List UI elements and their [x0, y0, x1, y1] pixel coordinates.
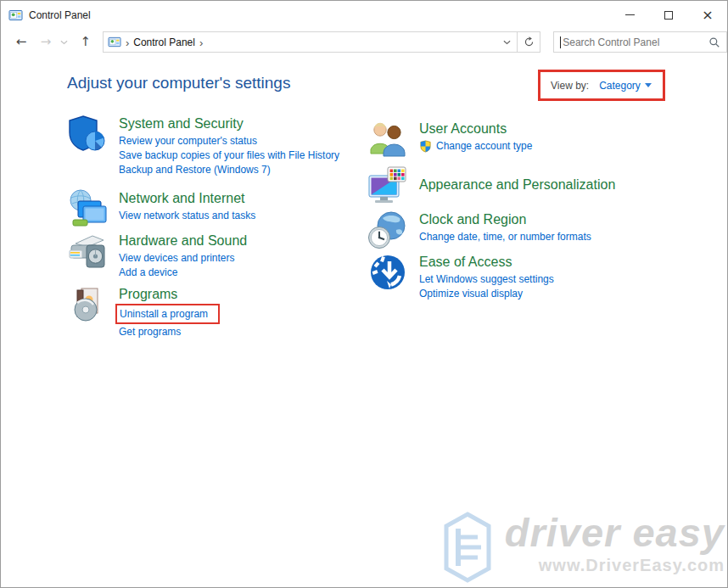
link-devices-printers[interactable]: View devices and printers: [119, 251, 247, 266]
link-uninstall-program[interactable]: Uninstall a program: [120, 308, 208, 320]
minimize-icon: [625, 14, 635, 15]
back-icon[interactable]: ←: [12, 36, 31, 48]
category-hardware-and-sound: Hardware and Sound View devices and prin…: [67, 231, 247, 280]
search-input[interactable]: Search Control Panel: [553, 31, 727, 53]
breadcrumb-separator-icon: ›: [126, 36, 129, 48]
forward-icon[interactable]: →: [36, 36, 55, 48]
category-user-accounts: User Accounts Change account type: [367, 119, 532, 160]
link-add-device[interactable]: Add a device: [119, 266, 247, 280]
user-accounts-icon[interactable]: [367, 119, 408, 160]
search-placeholder: Search Control Panel: [563, 36, 708, 48]
category-title[interactable]: Ease of Access: [419, 253, 554, 271]
link-windows-suggest-settings[interactable]: Let Windows suggest settings: [419, 272, 554, 287]
hardware-sound-icon[interactable]: [67, 231, 108, 272]
uninstall-annotation-box: Uninstall a program: [115, 304, 220, 324]
text-caret: [560, 36, 561, 48]
view-by-label: View by:: [551, 80, 589, 92]
control-panel-icon: [108, 36, 121, 48]
navigation-toolbar: ← → ↑ › Control Panel ›: [1, 29, 727, 55]
category-appearance-personalization: Appearance and Personalization: [367, 165, 615, 205]
link-change-date-time[interactable]: Change date, time, or number formats: [419, 230, 591, 244]
drivereasy-logo-icon: [444, 512, 491, 583]
link-get-programs[interactable]: Get programs: [119, 325, 220, 339]
recent-pages-chevron-icon[interactable]: [59, 40, 70, 45]
watermark-url: www.DriverEasy.com: [539, 556, 725, 575]
up-icon[interactable]: ↑: [76, 36, 95, 48]
view-by-dropdown[interactable]: Category: [599, 80, 652, 92]
refresh-button[interactable]: [517, 32, 540, 52]
link-change-account-type[interactable]: Change account type: [436, 139, 532, 154]
ease-of-access-icon[interactable]: [367, 252, 408, 293]
uac-shield-icon: [419, 140, 432, 153]
appearance-personalization-icon[interactable]: [367, 165, 408, 205]
link-network-status[interactable]: View network status and tasks: [119, 209, 255, 223]
breadcrumb: › Control Panel ›: [104, 36, 497, 48]
view-by-value: Category: [599, 80, 641, 92]
watermark: driver easy www.DriverEasy.com: [444, 512, 725, 583]
view-by-annotation-box: View by: Category: [538, 70, 665, 101]
category-title[interactable]: User Accounts: [419, 120, 532, 137]
link-optimize-visual-display[interactable]: Optimize visual display: [419, 287, 554, 301]
category-title[interactable]: System and Security: [119, 115, 339, 132]
breadcrumb-item-control-panel[interactable]: Control Panel: [133, 36, 195, 48]
address-dropdown-chevron-icon[interactable]: [497, 32, 517, 52]
network-internet-icon[interactable]: [67, 188, 108, 229]
category-title[interactable]: Appearance and Personalization: [419, 176, 615, 193]
link-backup-restore[interactable]: Backup and Restore (Windows 7): [119, 163, 339, 177]
category-title[interactable]: Network and Internet: [119, 189, 255, 207]
system-security-icon[interactable]: [67, 114, 108, 154]
address-bar[interactable]: › Control Panel ›: [103, 31, 540, 53]
category-programs: Programs Uninstall a program Get program…: [67, 284, 220, 339]
close-icon: ×: [702, 8, 713, 22]
maximize-icon: [664, 11, 673, 20]
minimize-button[interactable]: [610, 1, 649, 29]
category-title[interactable]: Clock and Region: [419, 210, 591, 228]
category-title[interactable]: Programs: [119, 285, 220, 303]
control-panel-icon: [8, 8, 23, 22]
category-system-and-security: System and Security Review your computer…: [67, 114, 339, 177]
titlebar: Control Panel ×: [1, 1, 727, 29]
category-ease-of-access: Ease of Access Let Windows suggest setti…: [367, 252, 554, 301]
refresh-icon: [524, 36, 535, 48]
link-review-computer-status[interactable]: Review your computer's status: [119, 134, 339, 148]
watermark-brand: driver easy: [505, 512, 725, 553]
close-button[interactable]: ×: [688, 1, 727, 29]
category-title[interactable]: Hardware and Sound: [119, 232, 247, 249]
maximize-button[interactable]: [649, 1, 688, 29]
page-title: Adjust your computer's settings: [67, 74, 290, 92]
link-file-history[interactable]: Save backup copies of your files with Fi…: [119, 148, 339, 163]
search-icon: [708, 36, 720, 48]
clock-region-icon[interactable]: [367, 210, 408, 250]
control-panel-window: Control Panel × ← → ↑ › Contr: [0, 0, 728, 588]
window-title: Control Panel: [29, 9, 91, 21]
dropdown-triangle-icon: [645, 83, 652, 87]
breadcrumb-separator-icon: ›: [199, 36, 203, 48]
category-network-and-internet: Network and Internet View network status…: [67, 188, 255, 229]
programs-icon[interactable]: [67, 284, 108, 325]
category-clock-and-region: Clock and Region Change date, time, or n…: [367, 210, 591, 250]
